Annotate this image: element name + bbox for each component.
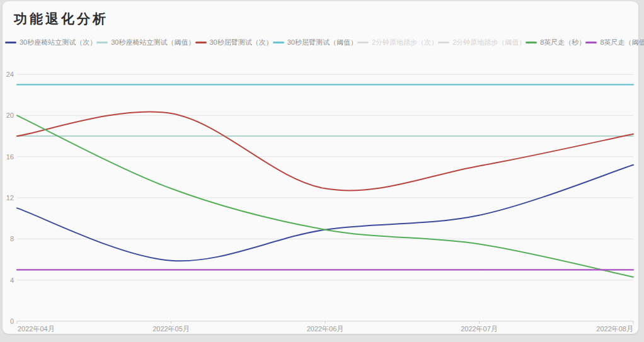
- x-axis-label: 2022年08月: [596, 325, 633, 333]
- legend-item-0[interactable]: 30秒座椅站立测试（次）: [5, 38, 96, 47]
- x-axis-label: 2022年04月: [18, 325, 55, 333]
- legend-label: 8英尺走（阈值）: [600, 38, 644, 47]
- series-line-6: [17, 115, 633, 276]
- legend-label: 30秒屈臂测试（次）: [210, 38, 273, 47]
- legend-item-5[interactable]: 2分钟原地踏步（阈值）: [438, 38, 526, 47]
- x-axis-label: 2022年06月: [307, 325, 344, 333]
- legend-item-4[interactable]: 2分钟原地踏步（次）: [357, 38, 438, 47]
- legend-line-marker-icon: [585, 42, 597, 43]
- legend-line-marker-icon: [438, 42, 449, 43]
- legend-label: 2分钟原地踏步（阈值）: [452, 38, 526, 47]
- legend-item-2[interactable]: 30秒屈臂测试（次）: [195, 38, 273, 47]
- y-axis-label: 20: [6, 111, 14, 119]
- y-axis-label: 8: [10, 235, 14, 242]
- legend-line-marker-icon: [5, 42, 16, 43]
- y-axis-label: 24: [6, 71, 14, 78]
- y-axis-label: 4: [10, 276, 14, 284]
- legend-label: 2分钟原地踏步（次）: [372, 38, 438, 47]
- legend-label: 30秒座椅站立测试（次）: [20, 38, 96, 47]
- y-axis-label: 0: [10, 317, 14, 325]
- legend-label: 30秒屈臂测试（阈值）: [287, 38, 357, 47]
- legend-line-marker-icon: [357, 42, 369, 43]
- chart-title: 功能退化分析: [14, 10, 108, 28]
- chart-canvas: 048121620242022年04月2022年05月2022年06月2022年…: [0, 0, 644, 342]
- x-axis-label: 2022年05月: [152, 325, 190, 333]
- series-line-0: [17, 165, 633, 261]
- legend-item-6[interactable]: 8英尺走（秒）: [526, 38, 585, 47]
- legend-line-marker-icon: [96, 42, 108, 43]
- page-background: 048121620242022年04月2022年05月2022年06月2022年…: [0, 0, 644, 342]
- series-line-2: [17, 111, 633, 190]
- y-axis-label: 12: [6, 194, 14, 202]
- legend-line-marker-icon: [526, 42, 537, 43]
- legend-label: 30秒座椅站立测试（阈值）: [111, 38, 195, 47]
- y-axis-label: 16: [6, 153, 14, 161]
- legend-item-7[interactable]: 8英尺走（阈值）: [585, 38, 644, 47]
- legend-line-marker-icon: [273, 42, 284, 43]
- x-axis-label: 2022年07月: [461, 325, 498, 333]
- legend-item-3[interactable]: 30秒屈臂测试（阈值）: [273, 38, 357, 47]
- legend-line-marker-icon: [195, 42, 207, 43]
- legend-label: 8英尺走（秒）: [540, 38, 585, 47]
- legend: 30秒座椅站立测试（次）30秒座椅站立测试（阈值）30秒屈臂测试（次）30秒屈臂…: [5, 38, 633, 47]
- legend-item-1[interactable]: 30秒座椅站立测试（阈值）: [96, 38, 195, 47]
